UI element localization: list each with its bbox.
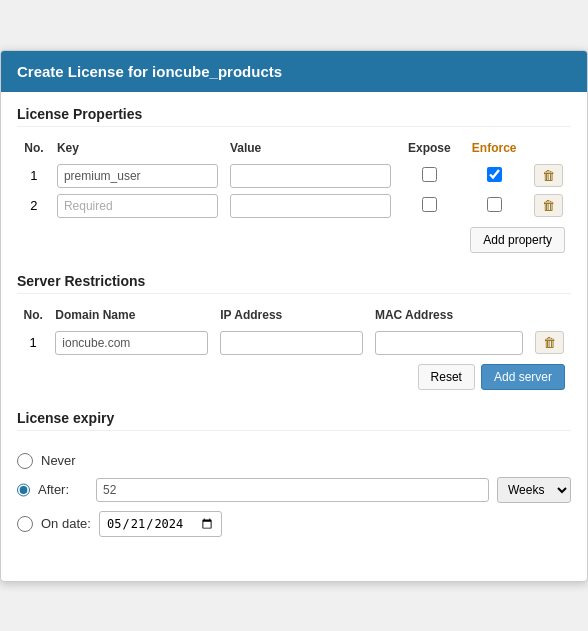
expiry-after-number-input[interactable] [96,478,489,502]
sr-col-header-ip: IP Address [214,304,369,328]
row1-value-input[interactable] [230,164,391,188]
expiry-never-label: Never [41,453,91,468]
row1-enforce-checkbox[interactable] [487,167,502,182]
row2-key-cell [51,191,224,221]
license-expiry-title: License expiry [17,410,571,431]
add-server-button[interactable]: Add server [481,364,565,390]
row2-enforce-checkbox[interactable] [487,197,502,212]
create-license-dialog: Create License for ioncube_products Lice… [0,50,588,582]
row2-enforce-cell [462,191,527,221]
reset-button[interactable]: Reset [418,364,475,390]
dialog-title: Create License for ioncube_products [17,63,282,80]
license-properties-title: License Properties [17,106,571,127]
expiry-after-label: After: [38,482,88,497]
server-btn-row: Reset Add server [17,358,571,392]
row2-delete-cell: 🗑 [527,191,571,221]
sr-col-header-mac: MAC Address [369,304,529,328]
sr-row1-no: 1 [17,328,49,358]
sr-row1-delete-cell: 🗑 [529,328,571,358]
row1-value-cell [224,161,397,191]
sr-col-header-del [529,304,571,328]
row2-no: 2 [17,191,51,221]
row1-expose-checkbox[interactable] [422,167,437,182]
expiry-after-unit-select[interactable]: Days Weeks Months Years [497,477,571,503]
add-property-button[interactable]: Add property [470,227,565,253]
expiry-date-option: On date: [17,511,571,537]
sr-row1-mac-input[interactable] [375,331,523,355]
col-header-del [527,137,571,161]
expiry-after-option: After: Days Weeks Months Years [17,477,571,503]
table-row: 2 🗑 [17,191,571,221]
row1-delete-button[interactable]: 🗑 [534,164,563,187]
sr-row1-ip-cell [214,328,369,358]
row1-no: 1 [17,161,51,191]
server-restrictions-section: Server Restrictions No. Domain Name IP A… [17,273,571,392]
row1-key-cell [51,161,224,191]
expiry-options: Never After: Days Weeks Months Years [17,441,571,549]
sr-row1-mac-cell [369,328,529,358]
server-restrictions-table: No. Domain Name IP Address MAC Address 1 [17,304,571,358]
expiry-date-radio[interactable] [17,516,33,532]
row2-expose-checkbox[interactable] [422,197,437,212]
license-expiry-section: License expiry Never After: Days Weeks M… [17,410,571,549]
expiry-never-option: Never [17,453,571,469]
sr-row1-ip-input[interactable] [220,331,363,355]
table-row: 1 🗑 [17,328,571,358]
expiry-after-radio[interactable] [17,482,30,498]
sr-col-header-domain: Domain Name [49,304,214,328]
row2-expose-cell [397,191,462,221]
expiry-date-input[interactable] [99,511,222,537]
sr-row1-delete-button[interactable]: 🗑 [535,331,564,354]
sr-col-header-no: No. [17,304,49,328]
row1-delete-cell: 🗑 [527,161,571,191]
row2-value-input[interactable] [230,194,391,218]
table-row: 1 🗑 [17,161,571,191]
col-header-enforce: Enforce [462,137,527,161]
row1-key-input[interactable] [57,164,218,188]
sr-row1-domain-input[interactable] [55,331,208,355]
dialog-body: License Properties No. Key Value Expose … [1,92,587,581]
expiry-date-label: On date: [41,516,91,531]
col-header-no: No. [17,137,51,161]
sr-row1-domain-cell [49,328,214,358]
expiry-never-radio[interactable] [17,453,33,469]
col-header-value: Value [224,137,397,161]
row2-value-cell [224,191,397,221]
row1-expose-cell [397,161,462,191]
dialog-header: Create License for ioncube_products [1,51,587,92]
license-properties-table: No. Key Value Expose Enforce 1 [17,137,571,221]
add-property-row: Add property [17,221,571,255]
license-properties-section: License Properties No. Key Value Expose … [17,106,571,255]
server-restrictions-title: Server Restrictions [17,273,571,294]
row2-delete-button[interactable]: 🗑 [534,194,563,217]
col-header-key: Key [51,137,224,161]
row1-enforce-cell [462,161,527,191]
row2-key-input[interactable] [57,194,218,218]
col-header-expose: Expose [397,137,462,161]
